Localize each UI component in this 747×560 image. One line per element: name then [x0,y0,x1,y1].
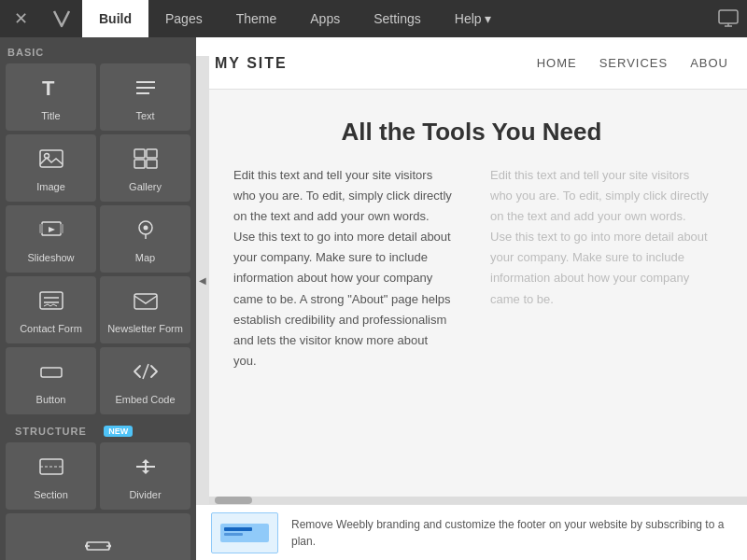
button-icon [38,360,64,388]
tab-pages[interactable]: Pages [148,0,219,37]
tab-settings[interactable]: Settings [357,0,438,37]
element-button[interactable]: Button [6,347,96,414]
tab-apps[interactable]: Apps [293,0,357,37]
slideshow-icon [38,218,64,246]
stretch-icon [85,535,111,560]
element-slideshow[interactable]: Slideshow [6,205,96,273]
content-col-left: Edit this text and tell your site visito… [233,165,453,371]
title-icon: T [38,77,64,105]
svg-rect-9 [134,149,145,158]
content-heading: All the Tools You Need [233,118,710,147]
svg-text:T: T [42,77,55,99]
map-label: Map [135,252,155,263]
image-icon [38,147,64,175]
svg-marker-16 [49,227,55,232]
map-icon [133,218,159,246]
element-contact-form[interactable]: Contact Form [6,276,96,343]
monitor-icon[interactable] [710,0,747,37]
top-navigation: ✕ Build Pages Theme Apps Settings Help ▾ [0,0,747,37]
content-col-right: Edit this text and tell your site visito… [490,165,710,371]
element-gallery[interactable]: Gallery [100,134,190,202]
element-stretch[interactable] [6,513,190,560]
weebly-logo [41,0,82,37]
title-label: Title [41,110,60,121]
structure-elements-grid: Section Divider [0,442,196,513]
footer-text: Remove Weebly branding and customize the… [291,516,732,550]
svg-rect-38 [224,533,243,536]
svg-marker-31 [142,470,149,474]
svg-rect-0 [719,10,738,23]
structure-section-label: STRUCTURE [7,416,94,442]
site-logo: MY SITE [215,55,537,72]
footer-banner: Remove Weebly branding and customize the… [196,504,747,560]
nav-about[interactable]: ABOU [690,56,728,70]
element-newsletter-form[interactable]: Newsletter Form [100,276,190,343]
nav-services[interactable]: SERVICES [599,56,669,70]
svg-rect-7 [40,150,63,167]
svg-rect-10 [147,149,157,158]
section-label-text: Section [34,489,68,500]
element-text[interactable]: Text [100,63,190,131]
svg-rect-37 [224,527,252,531]
divider-icon [133,455,159,483]
contact-form-label: Contact Form [20,323,82,334]
gallery-icon [133,147,159,175]
svg-rect-22 [134,294,157,309]
basic-section-label: BASIC [0,37,196,63]
svg-line-24 [143,364,148,379]
text-label: Text [135,110,154,121]
svg-rect-15 [60,224,63,233]
slideshow-label: Slideshow [27,252,74,263]
basic-elements-grid: T Title Text [0,63,196,422]
svg-marker-30 [142,459,149,463]
element-map[interactable]: Map [100,205,190,273]
section-icon [38,455,64,483]
newsletter-form-label: Newsletter Form [107,323,183,334]
nav-tabs: Build Pages Theme Apps Settings Help ▾ [82,0,710,37]
nav-right [710,0,747,37]
contact-form-icon [38,289,64,317]
svg-rect-23 [41,368,62,377]
embed-code-icon [133,360,159,388]
newsletter-form-icon [133,289,159,317]
canvas-area: MY SITE HOME SERVICES ABOU All the Tools… [196,37,747,560]
element-image[interactable]: Image [6,134,96,202]
site-nav: HOME SERVICES ABOU [537,56,728,70]
nav-home[interactable]: HOME [537,56,577,70]
image-label: Image [36,181,65,192]
embed-code-label: Embed Code [115,394,175,405]
text-icon [133,77,159,105]
content-body-row: Edit this text and tell your site visito… [233,165,710,371]
content-text-left: Edit this text and tell your site visito… [233,165,453,371]
scroll-left-arrow[interactable]: ◀ [196,56,209,504]
svg-rect-32 [87,542,109,550]
gallery-label: Gallery [129,181,162,192]
tab-theme[interactable]: Theme [219,0,294,37]
footer-thumbnail [211,512,278,553]
sidebar: BASIC T Title [0,37,196,560]
new-badge: NEW [104,426,133,437]
content-text-right: Edit this text and tell your site visito… [490,165,710,310]
site-header: MY SITE HOME SERVICES ABOU [196,37,747,90]
element-section[interactable]: Section [6,442,96,510]
svg-point-18 [143,226,148,231]
tab-build[interactable]: Build [82,0,148,37]
divider-label: Divider [129,489,161,500]
site-content: All the Tools You Need Edit this text an… [196,90,747,504]
close-button[interactable]: ✕ [0,0,41,37]
svg-rect-19 [40,292,63,309]
svg-rect-14 [39,224,43,233]
element-title[interactable]: T Title [6,63,96,131]
scroll-thumb[interactable] [215,497,252,504]
element-embed-code[interactable]: Embed Code [100,347,190,414]
button-label: Button [36,394,66,405]
main-layout: BASIC T Title [0,37,747,560]
element-divider[interactable]: Divider [100,442,190,510]
tab-help[interactable]: Help ▾ [438,0,509,37]
svg-rect-11 [134,160,145,168]
svg-rect-12 [147,160,157,168]
horizontal-scrollbar[interactable] [196,497,747,504]
